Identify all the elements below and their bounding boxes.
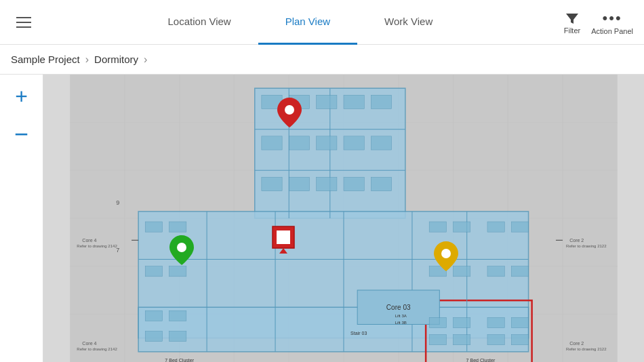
svg-point-89 xyxy=(285,105,294,115)
svg-rect-46 xyxy=(145,222,162,232)
svg-text:Core 2: Core 2 xyxy=(569,238,584,243)
tab-location-view[interactable]: Location View xyxy=(141,0,258,45)
svg-rect-34 xyxy=(344,95,364,108)
filter-icon xyxy=(564,10,580,26)
svg-rect-44 xyxy=(344,177,364,190)
dots-icon: ••• xyxy=(603,9,622,27)
svg-point-90 xyxy=(177,243,186,252)
svg-rect-47 xyxy=(169,222,186,232)
svg-rect-17 xyxy=(138,307,528,352)
action-panel-button[interactable]: ••• Action Panel xyxy=(591,9,633,35)
svg-rect-41 xyxy=(262,177,282,190)
header-actions: Filter ••• Action Panel xyxy=(564,9,633,35)
svg-text:9: 9 xyxy=(116,199,119,206)
svg-text:Core 4: Core 4 xyxy=(82,341,96,346)
filter-button[interactable]: Filter xyxy=(564,10,580,35)
svg-rect-64 xyxy=(487,317,504,327)
svg-rect-56 xyxy=(487,222,504,232)
breadcrumb-item-project[interactable]: Sample Project xyxy=(11,54,80,65)
main-content: + − xyxy=(0,75,644,362)
sidebar-tools: + − xyxy=(0,75,43,362)
svg-rect-40 xyxy=(371,136,391,150)
svg-rect-37 xyxy=(289,136,309,150)
svg-rect-35 xyxy=(371,95,391,108)
filter-label: Filter xyxy=(564,26,580,35)
svg-point-94 xyxy=(441,249,451,258)
svg-rect-60 xyxy=(487,266,504,277)
action-panel-label: Action Panel xyxy=(591,27,633,35)
svg-text:Lift 3B: Lift 3B xyxy=(395,321,407,325)
svg-rect-36 xyxy=(262,136,282,150)
svg-rect-39 xyxy=(344,136,364,150)
svg-rect-43 xyxy=(317,177,337,190)
svg-text:Core 2: Core 2 xyxy=(569,341,584,346)
tab-plan-view[interactable]: Plan View xyxy=(258,0,357,45)
svg-text:Lift 3A: Lift 3A xyxy=(395,314,407,318)
svg-text:Core 4: Core 4 xyxy=(82,238,96,243)
zoom-in-button[interactable]: + xyxy=(8,83,35,110)
pin-red-middle[interactable] xyxy=(270,224,297,256)
svg-rect-48 xyxy=(145,266,162,277)
svg-rect-57 xyxy=(511,222,528,232)
svg-rect-66 xyxy=(429,335,446,345)
svg-rect-53 xyxy=(169,331,186,342)
breadcrumb-item-dormitory[interactable]: Dormitory xyxy=(94,54,138,65)
hamburger-menu[interactable] xyxy=(11,12,37,33)
svg-text:7 Bed Cluster: 7 Bed Cluster xyxy=(466,358,496,362)
svg-text:Refer to drawing 2142: Refer to drawing 2142 xyxy=(77,347,117,351)
svg-text:7: 7 xyxy=(116,247,119,254)
svg-marker-93 xyxy=(279,248,287,254)
svg-rect-33 xyxy=(317,95,337,108)
svg-text:Refer to drawing 2122: Refer to drawing 2122 xyxy=(566,244,607,248)
svg-text:7 Bed Cluster: 7 Bed Cluster xyxy=(165,358,194,362)
pin-yellow[interactable] xyxy=(434,241,458,274)
svg-rect-54 xyxy=(429,222,446,232)
svg-rect-68 xyxy=(487,335,504,345)
tab-work-view[interactable]: Work View xyxy=(357,0,460,45)
floor-plan-svg: Core 03 xyxy=(43,75,644,362)
svg-rect-63 xyxy=(454,317,470,327)
svg-rect-92 xyxy=(277,230,290,244)
svg-rect-67 xyxy=(454,335,470,345)
svg-rect-38 xyxy=(317,136,337,150)
app-header: Location View Plan View Work View Filter… xyxy=(0,0,644,45)
svg-text:Stair 03: Stair 03 xyxy=(350,331,367,336)
svg-rect-61 xyxy=(511,266,528,277)
pin-red-top[interactable] xyxy=(277,98,302,130)
breadcrumb-chevron-1: › xyxy=(85,54,89,66)
svg-text:Core 03: Core 03 xyxy=(386,304,411,311)
svg-rect-52 xyxy=(145,331,162,342)
floor-plan-area[interactable]: Core 03 xyxy=(43,75,644,362)
svg-rect-55 xyxy=(454,222,470,232)
svg-rect-50 xyxy=(145,310,162,321)
svg-rect-69 xyxy=(511,335,528,345)
svg-text:Refer to drawing 2122: Refer to drawing 2122 xyxy=(566,347,607,351)
breadcrumb-chevron-2: › xyxy=(144,54,147,66)
zoom-out-button[interactable]: − xyxy=(8,121,35,148)
svg-rect-51 xyxy=(169,310,186,321)
svg-text:Refer to drawing 2142: Refer to drawing 2142 xyxy=(77,244,117,248)
main-nav: Location View Plan View Work View xyxy=(141,0,460,45)
breadcrumb: Sample Project › Dormitory › xyxy=(0,45,644,75)
pin-green[interactable] xyxy=(169,235,194,268)
svg-rect-45 xyxy=(371,177,391,190)
svg-rect-42 xyxy=(289,177,309,190)
svg-rect-65 xyxy=(511,317,528,327)
svg-rect-62 xyxy=(429,317,446,327)
